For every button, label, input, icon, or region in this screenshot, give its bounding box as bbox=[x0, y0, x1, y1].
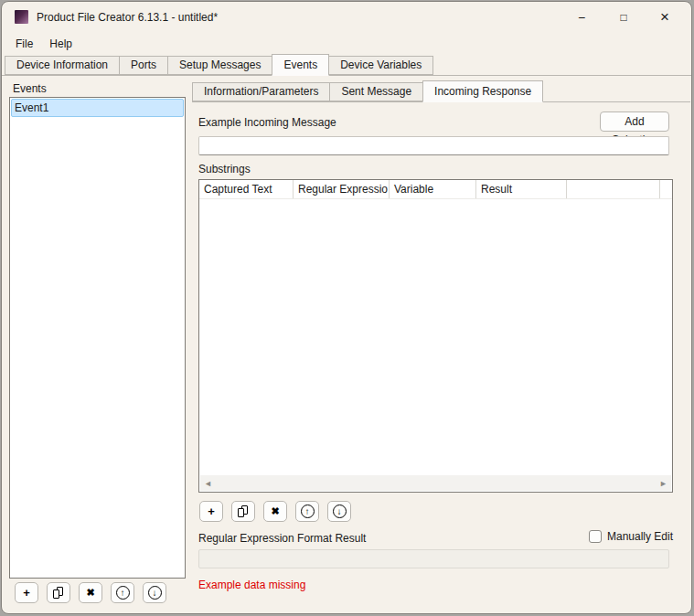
error-message: Example data missing bbox=[198, 579, 305, 591]
scroll-right-icon[interactable]: ► bbox=[659, 479, 667, 488]
add-event-button[interactable]: + bbox=[15, 582, 38, 603]
column-header-variable[interactable]: Variable bbox=[390, 180, 476, 198]
delete-event-button[interactable]: ✖ bbox=[79, 582, 102, 603]
delete-icon: ✖ bbox=[271, 505, 279, 517]
example-incoming-message-label: Example Incoming Message bbox=[198, 116, 336, 129]
maximize-icon: □ bbox=[620, 11, 626, 24]
minimize-icon: − bbox=[578, 10, 585, 25]
delete-icon: ✖ bbox=[86, 587, 94, 599]
substrings-table[interactable]: Captured Text Regular Expressio Variable… bbox=[198, 179, 673, 493]
column-header-blank[interactable] bbox=[567, 180, 660, 198]
events-toolbar: + ✖ ↑ ↓ bbox=[15, 582, 166, 603]
add-substring-button[interactable]: + bbox=[199, 501, 223, 522]
horizontal-scrollbar[interactable]: ◄ ► bbox=[200, 475, 671, 491]
tab-device-information[interactable]: Device Information bbox=[5, 56, 120, 75]
window-title: Product File Creator 6.13.1 - untitled* bbox=[37, 11, 218, 24]
close-button[interactable]: × bbox=[645, 3, 685, 32]
delete-substring-button[interactable]: ✖ bbox=[263, 501, 287, 522]
close-icon: × bbox=[660, 8, 669, 27]
plus-icon: + bbox=[23, 586, 30, 600]
substrings-label: Substrings bbox=[198, 163, 251, 175]
tab-sent-message[interactable]: Sent Message bbox=[329, 82, 423, 101]
minimize-button[interactable]: − bbox=[561, 3, 602, 32]
menu-help[interactable]: Help bbox=[41, 35, 80, 55]
title-bar[interactable]: Product File Creator 6.13.1 - untitled* … bbox=[2, 2, 691, 33]
manually-edit-control[interactable]: Manually Edit bbox=[589, 530, 673, 543]
app-window: Product File Creator 6.13.1 - untitled* … bbox=[1, 1, 692, 614]
events-panel-label: Events bbox=[13, 82, 47, 95]
arrow-down-circle-icon: ↓ bbox=[333, 504, 347, 518]
main-tab-strip: Device Information Ports Setup Messages … bbox=[2, 55, 692, 76]
tab-events[interactable]: Events bbox=[272, 54, 329, 76]
move-event-up-button[interactable]: ↑ bbox=[111, 582, 134, 603]
tab-device-variables[interactable]: Device Variables bbox=[328, 56, 433, 75]
tab-incoming-response[interactable]: Incoming Response bbox=[422, 80, 543, 102]
tab-information-parameters[interactable]: Information/Parameters bbox=[192, 82, 330, 101]
duplicate-substring-button[interactable] bbox=[231, 501, 255, 522]
menu-bar: File Help bbox=[7, 35, 80, 55]
move-substring-down-button[interactable]: ↓ bbox=[327, 501, 351, 522]
column-header-captured-text[interactable]: Captured Text bbox=[199, 180, 294, 198]
detail-tab-strip: Information/Parameters Sent Message Inco… bbox=[192, 81, 690, 102]
maximize-button[interactable]: □ bbox=[603, 3, 644, 32]
move-substring-up-button[interactable]: ↑ bbox=[295, 501, 319, 522]
substrings-toolbar: + ✖ ↑ ↓ bbox=[199, 501, 351, 522]
manually-edit-checkbox[interactable] bbox=[589, 530, 602, 543]
tab-ports[interactable]: Ports bbox=[119, 56, 168, 75]
arrow-up-circle-icon: ↑ bbox=[301, 504, 315, 518]
menu-file[interactable]: File bbox=[7, 35, 41, 55]
list-item-event1[interactable]: Event1 bbox=[11, 99, 184, 117]
duplicate-event-button[interactable] bbox=[47, 582, 70, 603]
arrow-up-circle-icon: ↑ bbox=[116, 586, 130, 600]
substrings-table-header: Captured Text Regular Expressio Variable… bbox=[199, 180, 672, 199]
manually-edit-label: Manually Edit bbox=[607, 530, 673, 543]
regex-format-result-label: Regular Expression Format Result bbox=[198, 532, 366, 545]
scroll-left-icon[interactable]: ◄ bbox=[204, 479, 212, 488]
duplicate-icon bbox=[53, 587, 64, 600]
events-list[interactable]: Event1 bbox=[9, 97, 186, 579]
column-header-result[interactable]: Result bbox=[476, 180, 567, 198]
app-icon bbox=[15, 10, 28, 24]
plus-icon: + bbox=[208, 504, 215, 518]
example-incoming-message-input[interactable] bbox=[198, 136, 669, 155]
tab-setup-messages[interactable]: Setup Messages bbox=[167, 56, 272, 75]
add-selection-button[interactable]: Add Selection bbox=[600, 112, 669, 132]
duplicate-icon bbox=[238, 505, 249, 518]
move-event-down-button[interactable]: ↓ bbox=[143, 582, 166, 603]
arrow-down-circle-icon: ↓ bbox=[148, 586, 162, 600]
column-header-regular-expression[interactable]: Regular Expressio bbox=[294, 180, 390, 198]
regex-format-result-input[interactable] bbox=[198, 549, 669, 568]
